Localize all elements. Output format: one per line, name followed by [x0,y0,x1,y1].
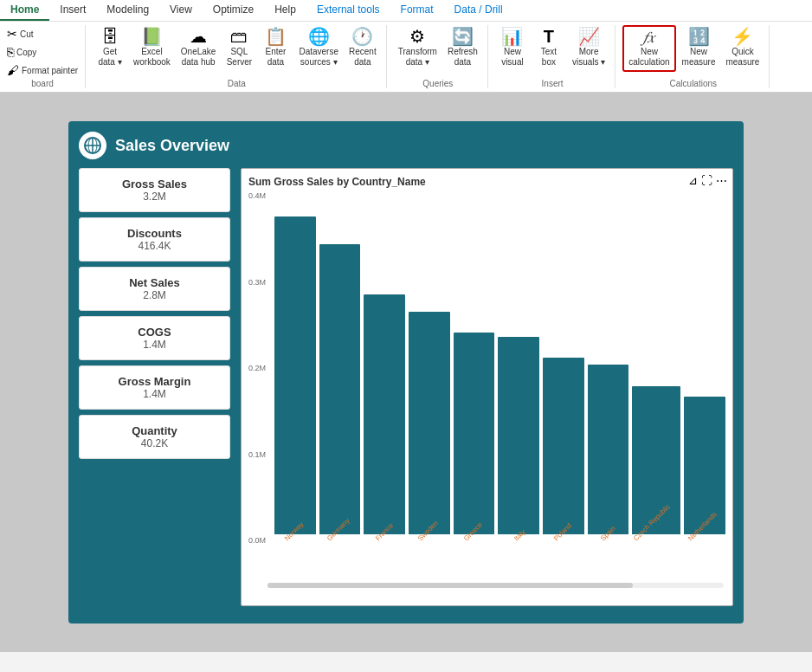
gross-sales-title: Gross Sales [88,178,221,191]
get-data-label: Getdata ▾ [98,47,121,68]
tab-insert[interactable]: Insert [49,0,96,21]
tab-home[interactable]: Home [0,0,49,21]
bar-col-greece[interactable]: Greece [454,191,495,545]
ribbon-content: ✂ Cut ⎘ Copy 🖌 Format painter board 🗄 [0,21,812,92]
bar-col-netherlands[interactable]: Netherlands [684,191,725,545]
tab-modeling[interactable]: Modeling [96,0,159,21]
quick-measure-button[interactable]: ⚡ Quickmeasure [721,25,764,70]
report-header: Sales Overview [79,132,733,159]
cards-column: Gross Sales 3.2M Discounts 416.4K Net Sa… [79,168,230,606]
clipboard-group-label: board [3,79,81,88]
onelake-button[interactable]: ☁ OneLakedata hub [177,25,221,70]
recent-data-button[interactable]: 🕐 Recentdata [345,25,381,70]
bar-1 [319,244,361,534]
queries-group-label: Queries [394,77,482,88]
ribbon-tabs: Home Insert Modeling View Optimize Help … [0,0,812,21]
chart-container: Sum Gross Sales by Country_Name ⊿ ⛶ ⋯ 0.… [241,168,733,606]
cut-button[interactable]: ✂ Cut [3,25,81,42]
new-calc-icon: 𝑓𝑥 [643,29,654,45]
gross-margin-card[interactable]: Gross Margin 1.4M [79,365,230,410]
excel-icon: 📗 [141,28,163,45]
discounts-title: Discounts [88,227,221,240]
excel-workbook-button[interactable]: 📗 Excelworkbook [129,25,175,70]
cogs-title: COGS [88,326,221,339]
gross-margin-value: 1.4M [88,388,221,400]
discounts-card[interactable]: Discounts 416.4K [79,217,230,262]
new-measure-button[interactable]: 🔢 Newmeasure [678,25,720,70]
tab-help[interactable]: Help [264,0,306,21]
bar-col-italy[interactable]: Italy [498,191,539,545]
new-visual-button[interactable]: 📊 Newvisual [495,25,530,70]
tab-optimize[interactable]: Optimize [203,0,264,21]
bar-col-norway[interactable]: Norway [274,191,316,545]
report-title: Sales Overview [115,137,229,155]
bar-col-germany[interactable]: Germany [319,191,361,545]
more-visuals-label: Morevisuals ▾ [572,47,605,68]
bar-5 [498,337,539,534]
bar-col-sweden[interactable]: Sweden [409,191,450,545]
gross-sales-value: 3.2M [88,191,221,203]
chart-title: Sum Gross Sales by Country_Name [248,176,725,188]
bar-col-poland[interactable]: Poland [543,191,584,545]
quick-measure-icon: ⚡ [731,28,753,45]
queries-group: ⚙ Transformdata ▾ 🔄 Refreshdata Queries [389,25,488,88]
main-area: Sales Overview Gross Sales 3.2M Discount… [0,93,812,652]
y-label-04: 0.4M [248,191,266,200]
transform-data-button[interactable]: ⚙ Transformdata ▾ [394,25,441,70]
cut-icon: ✂ [7,27,17,41]
more-visuals-icon: 📈 [578,28,600,45]
discounts-value: 416.4K [88,240,221,252]
tab-external-tools[interactable]: External tools [306,0,390,21]
format-painter-icon: 🖌 [7,63,19,77]
chart-scrollbar[interactable] [267,583,724,588]
tab-view[interactable]: View [159,0,203,21]
cogs-card[interactable]: COGS 1.4M [79,316,230,360]
sql-server-button[interactable]: 🗃 SQLServer [222,25,256,70]
text-box-button[interactable]: T Textbox [532,25,566,70]
bar-6 [543,358,584,534]
recent-icon: 🕐 [351,28,373,45]
logo-icon [84,137,101,154]
sql-icon: 🗃 [230,28,248,45]
net-sales-title: Net Sales [88,276,221,289]
enter-data-button[interactable]: 📋 Enterdata [258,25,293,70]
bar-col-france[interactable]: France [364,191,405,545]
expand-icon[interactable]: ⛶ [701,174,712,187]
bar-4 [454,333,495,534]
refresh-data-button[interactable]: 🔄 Refreshdata [443,25,482,70]
report-body: Gross Sales 3.2M Discounts 416.4K Net Sa… [79,168,733,606]
new-measure-icon: 🔢 [688,28,710,45]
net-sales-value: 2.8M [88,289,221,301]
dataverse-icon: 🌐 [308,28,330,45]
more-visuals-button[interactable]: 📈 Morevisuals ▾ [568,25,609,70]
quick-measure-label: Quickmeasure [725,47,759,68]
tab-format[interactable]: Format [390,0,444,21]
enter-data-label: Enterdata [265,47,286,68]
chart-controls: ⊿ ⛶ ⋯ [688,174,727,187]
gross-sales-card[interactable]: Gross Sales 3.2M [79,168,230,212]
calculations-group-label: Calculations [622,77,764,88]
new-measure-label: Newmeasure [682,47,716,68]
tab-data-drill[interactable]: Data / Drill [444,0,513,21]
refresh-icon: 🔄 [452,28,474,45]
filter-icon[interactable]: ⊿ [688,174,698,187]
onelake-icon: ☁ [190,28,207,45]
bar-col-spain[interactable]: Spain [588,191,629,545]
dataverse-button[interactable]: 🌐 Dataversesources ▾ [294,25,343,70]
copy-icon: ⎘ [7,45,14,59]
chart-area: 0.4M 0.3M 0.2M 0.1M 0.0M NorwayGermanyFr… [248,191,725,588]
copy-button[interactable]: ⎘ Copy [3,43,81,61]
more-icon[interactable]: ⋯ [716,174,727,187]
bar-col-czech-republic[interactable]: Czech Republic [632,191,680,545]
new-calculation-button[interactable]: 𝑓𝑥 Newcalculation [622,25,675,72]
quantity-card[interactable]: Quantity 40.2K [79,415,230,459]
copy-label: Copy [16,48,36,57]
get-data-button[interactable]: 🗄 Getdata ▾ [93,25,127,70]
net-sales-card[interactable]: Net Sales 2.8M [79,267,230,311]
format-painter-button[interactable]: 🖌 Format painter [3,61,81,79]
clipboard-buttons: ✂ Cut ⎘ Copy 🖌 Format painter [3,25,81,79]
y-label-00: 0.0M [248,536,266,545]
new-calc-label: Newcalculation [628,47,669,68]
transform-icon: ⚙ [409,28,425,45]
quantity-value: 40.2K [88,437,221,449]
